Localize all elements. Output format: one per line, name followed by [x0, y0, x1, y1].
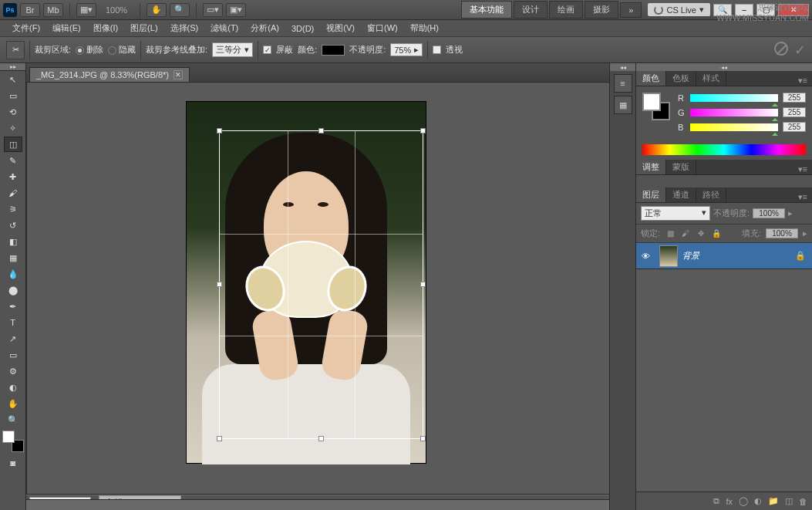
perspective-checkbox[interactable]: [433, 46, 441, 54]
workspace-photography[interactable]: 摄影: [585, 1, 618, 19]
opacity-input[interactable]: 75%▸: [390, 43, 423, 56]
r-slider[interactable]: [690, 94, 778, 102]
styles-tab[interactable]: 样式: [696, 71, 726, 86]
color-spectrum[interactable]: [642, 144, 806, 155]
g-slider[interactable]: [690, 109, 778, 117]
color-panel-menu-icon[interactable]: ▾≡: [793, 76, 812, 86]
crop-tool[interactable]: ◫: [4, 137, 22, 152]
shape-tool[interactable]: ▭: [4, 347, 22, 363]
delete-layer-icon[interactable]: 🗑: [799, 497, 807, 506]
quickmask-tool[interactable]: ◙: [4, 455, 22, 471]
menu-window[interactable]: 窗口(W): [361, 22, 404, 34]
crop-handle-bm[interactable]: [318, 436, 324, 441]
shield-color-swatch[interactable]: [322, 45, 345, 56]
menu-image[interactable]: 图像(I): [87, 22, 124, 34]
tab-close-icon[interactable]: ✕: [174, 70, 183, 79]
adjustments-tab[interactable]: 调整: [636, 160, 666, 174]
menu-analysis[interactable]: 分析(A): [244, 22, 285, 34]
layers-tab[interactable]: 图层: [636, 187, 666, 202]
3d-tool[interactable]: ⚙: [4, 363, 22, 379]
magic-wand-tool[interactable]: ✧: [4, 120, 22, 136]
color-swatches[interactable]: [2, 431, 24, 452]
healing-tool[interactable]: ✚: [4, 169, 22, 184]
zoom-tool-icon[interactable]: 🔍: [170, 3, 190, 17]
crop-selection[interactable]: [219, 130, 423, 439]
gradient-tool[interactable]: ▦: [4, 250, 22, 265]
group-icon[interactable]: 📁: [768, 496, 779, 506]
zoom-tool[interactable]: 🔍: [4, 412, 22, 427]
pen-tool[interactable]: ✒: [4, 299, 22, 314]
screen-mode-icon[interactable]: ▣▾: [226, 3, 246, 17]
commit-crop-icon[interactable]: ✓: [794, 42, 806, 59]
eyedropper-tool[interactable]: ✎: [4, 153, 22, 168]
crop-handle-bl[interactable]: [217, 436, 222, 441]
menu-view[interactable]: 视图(V): [320, 22, 361, 34]
guide-overlay-select[interactable]: 三等分▾: [212, 42, 253, 57]
lock-all-icon[interactable]: 🔒: [711, 228, 722, 239]
layer-visibility-icon[interactable]: 👁: [636, 252, 655, 261]
hand-tool-icon[interactable]: ✋: [147, 3, 167, 17]
hand-tool[interactable]: ✋: [4, 396, 22, 411]
layer-thumbnail[interactable]: [659, 245, 678, 267]
bridge-icon[interactable]: Br: [20, 3, 40, 17]
foreground-swatch[interactable]: [2, 431, 15, 443]
workspace-design[interactable]: 设计: [514, 1, 548, 19]
blur-tool[interactable]: 💧: [4, 266, 22, 282]
g-value[interactable]: 255: [783, 107, 806, 117]
workspace-more[interactable]: »: [620, 2, 642, 18]
crop-handle-br[interactable]: [420, 436, 426, 441]
menu-filter[interactable]: 滤镜(T): [204, 22, 244, 34]
history-brush-tool[interactable]: ↺: [4, 218, 22, 233]
properties-panel-icon[interactable]: ▦: [614, 96, 632, 114]
toolbar-collapse[interactable]: ▸▸: [0, 63, 25, 71]
layer-opacity-input[interactable]: 100%: [753, 208, 785, 218]
crop-handle-mr[interactable]: [420, 282, 426, 287]
cancel-crop-icon[interactable]: [774, 42, 788, 56]
paths-tab[interactable]: 路径: [696, 187, 726, 202]
layer-name[interactable]: 背景: [682, 250, 795, 262]
menu-select[interactable]: 选择(S): [164, 22, 205, 34]
title-zoom[interactable]: 100%: [99, 5, 133, 15]
document-tab[interactable]: _MG_2914.JPG @ 8.33%(RGB/8*) ✕: [29, 67, 190, 82]
lasso-tool[interactable]: ⟲: [4, 104, 22, 120]
shield-checkbox[interactable]: ✓: [263, 46, 271, 54]
marquee-tool[interactable]: ▭: [4, 88, 22, 103]
layer-background[interactable]: 👁 背景 🔒: [636, 243, 812, 269]
masks-tab[interactable]: 蒙版: [666, 160, 696, 174]
color-tab[interactable]: 颜色: [636, 71, 666, 86]
crop-handle-tm[interactable]: [318, 128, 324, 133]
cslive-button[interactable]: CS Live ▾: [648, 3, 710, 16]
swatches-tab[interactable]: 色板: [666, 71, 696, 86]
lock-position-icon[interactable]: ✥: [696, 228, 706, 239]
3d-camera-tool[interactable]: ◐: [4, 380, 22, 395]
lock-pixels-icon[interactable]: 🖌: [680, 228, 691, 239]
menu-help[interactable]: 帮助(H): [404, 22, 445, 34]
move-tool[interactable]: ↖: [4, 72, 22, 87]
lock-transparency-icon[interactable]: ▩: [665, 228, 676, 239]
delete-radio[interactable]: 删除: [76, 44, 103, 56]
crop-handle-tl[interactable]: [217, 128, 222, 133]
arrange-icon[interactable]: ▭▾: [203, 3, 223, 17]
dock-collapse[interactable]: ◂◂: [610, 63, 635, 71]
channels-tab[interactable]: 通道: [666, 187, 696, 202]
adjustment-layer-icon[interactable]: ◐: [754, 496, 762, 506]
stamp-tool[interactable]: ⚞: [4, 201, 22, 217]
layer-fx-icon[interactable]: fx: [726, 497, 733, 506]
link-layers-icon[interactable]: ⧉: [713, 496, 719, 506]
b-slider[interactable]: [690, 123, 778, 131]
history-panel-icon[interactable]: ≡: [614, 74, 632, 93]
eraser-tool[interactable]: ◧: [4, 234, 22, 249]
path-select-tool[interactable]: ↗: [4, 331, 22, 346]
crop-tool-icon[interactable]: ✂: [6, 41, 25, 59]
fill-input[interactable]: 100%: [766, 228, 798, 238]
adjust-panel-menu-icon[interactable]: ▾≡: [793, 164, 812, 174]
new-layer-icon[interactable]: ◫: [785, 496, 793, 506]
menu-layer[interactable]: 图层(L): [124, 22, 163, 34]
menu-file[interactable]: 文件(F): [6, 22, 46, 34]
crop-handle-tr[interactable]: [420, 128, 426, 133]
workspace-painting[interactable]: 绘画: [549, 1, 583, 19]
minibridge-icon[interactable]: Mb: [43, 3, 63, 17]
workspace-essentials[interactable]: 基本功能: [461, 1, 512, 19]
layer-mask-icon[interactable]: ◯: [739, 496, 748, 506]
panels-collapse[interactable]: ◂◂: [636, 63, 812, 71]
